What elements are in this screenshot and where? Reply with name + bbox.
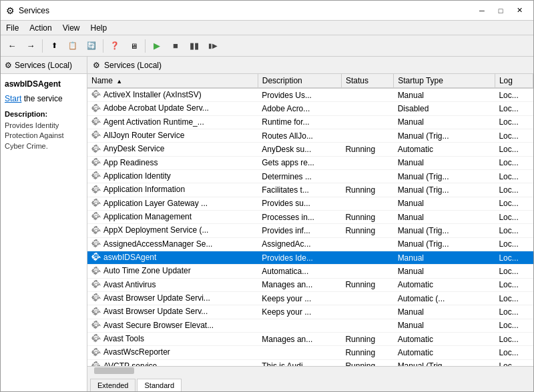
service-status-cell [341, 197, 393, 210]
service-logon-cell: Loc... [495, 129, 533, 142]
help-button[interactable]: ❓ [106, 38, 123, 54]
service-name-cell: Agent Activation Runtime_... [87, 115, 258, 129]
service-logon-cell: Loc... [495, 143, 533, 156]
service-name-cell: AVCTP service [87, 359, 258, 366]
table-row[interactable]: App ReadinessGets apps re...ManualLoc... [87, 156, 533, 169]
service-name-cell: Application Layer Gateway ... [87, 197, 258, 210]
table-row[interactable]: AppX Deployment Service (...Provides inf… [87, 224, 533, 237]
services-window: ⚙ Services ─ □ ✕ File Action View Help ←… [0, 0, 534, 392]
table-row[interactable]: Avast AntivirusManages an...RunningAutom… [87, 278, 533, 291]
service-gear-icon [91, 199, 101, 208]
service-gear-icon [91, 144, 101, 153]
service-startup-cell: Disabled [394, 102, 495, 115]
computer-button[interactable]: 🖥 [125, 38, 142, 54]
table-row[interactable]: Application InformationFacilitates t...R… [87, 183, 533, 197]
service-gear-icon [91, 253, 101, 262]
service-name-text: ActiveX Installer (AxInstSV) [103, 90, 202, 99]
service-startup-cell: Automatic (... [394, 291, 495, 305]
show-hide-button[interactable]: 📋 [64, 38, 81, 54]
stop-button[interactable]: ■ [167, 38, 184, 54]
restart-button[interactable]: ▮▶ [204, 38, 222, 54]
window-title: Services [19, 6, 49, 15]
table-row[interactable]: Application ManagementProcesses in...Run… [87, 210, 533, 223]
table-row[interactable]: AVCTP serviceThis is Audi...RunningManua… [87, 359, 533, 366]
service-logon-cell: Loc... [495, 183, 533, 197]
sidebar-action-text: the service [21, 94, 62, 103]
main-panel: ⚙ Services (Local) Name ▲ Description [87, 57, 533, 391]
col-header-status[interactable]: Status [341, 74, 393, 88]
forward-button[interactable]: → [22, 38, 39, 54]
service-startup-cell: Automatic [394, 143, 495, 156]
service-name-cell: Avast Secure Browser Elevat... [87, 319, 258, 332]
menu-file[interactable]: File [1, 22, 24, 34]
title-controls: ─ □ ✕ [473, 4, 528, 17]
service-gear-icon [91, 90, 101, 99]
back-button[interactable]: ← [3, 38, 21, 54]
table-row[interactable]: Avast ToolsManages an...RunningAutomatic… [87, 332, 533, 345]
table-row[interactable]: AvastWscReporterRunningAutomaticLoc... [87, 346, 533, 359]
table-row[interactable]: Avast Secure Browser Elevat...ManualLoc.… [87, 319, 533, 332]
table-row[interactable]: Application Layer Gateway ...Provides su… [87, 197, 533, 210]
service-name-cell: AppX Deployment Service (... [87, 224, 258, 237]
menu-view[interactable]: View [57, 22, 85, 34]
service-status-cell [341, 88, 393, 102]
service-logon-cell: Loc... [495, 332, 533, 345]
menu-help[interactable]: Help [85, 22, 113, 34]
start-service-link[interactable]: Start [5, 94, 21, 103]
sidebar-action: Start the service [5, 94, 83, 103]
col-header-description[interactable]: Description [258, 74, 341, 88]
play-button[interactable]: ▶ [148, 38, 166, 54]
service-status-cell: Running [341, 346, 393, 359]
service-status-cell [341, 156, 393, 169]
tab-extended[interactable]: Extended [90, 379, 136, 391]
service-status-cell: Running [341, 183, 393, 197]
table-row[interactable]: Auto Time Zone UpdaterAutomatica...Manua… [87, 265, 533, 278]
sidebar-desc-title: Description: [5, 110, 83, 118]
service-status-cell [341, 305, 393, 319]
service-description-cell: AssignedAc... [258, 237, 341, 251]
table-header-row: Name ▲ Description Status Startup Type [87, 74, 533, 88]
col-header-startup-type[interactable]: Startup Type [394, 74, 495, 88]
service-description-cell: Gets apps re... [258, 156, 341, 169]
table-row[interactable]: aswbIDSAgentProvides Ide...ManualLoc... [87, 251, 533, 264]
table-row[interactable]: Adobe Acrobat Update Serv...Adobe Acro..… [87, 102, 533, 115]
service-gear-icon [91, 225, 101, 235]
toolbar-sep-1 [42, 39, 43, 53]
service-status-cell: Running [341, 278, 393, 291]
horizontal-scrollbar[interactable] [87, 366, 533, 374]
table-row[interactable]: Avast Browser Update Servi...Keeps your … [87, 291, 533, 305]
service-status-cell [341, 115, 393, 129]
table-row[interactable]: Application IdentityDetermines ...Manual… [87, 169, 533, 183]
service-logon-cell: Loc... [495, 291, 533, 305]
services-table-container[interactable]: Name ▲ Description Status Startup Type [87, 74, 533, 366]
service-startup-cell: Manual (Trig... [394, 359, 495, 366]
maximize-button[interactable]: □ [492, 4, 509, 17]
col-header-name[interactable]: Name ▲ [87, 74, 258, 88]
scroll-thumb[interactable] [94, 367, 134, 374]
service-name-text: AllJoyn Router Service [103, 131, 184, 140]
menu-action[interactable]: Action [24, 22, 57, 34]
table-row[interactable]: ActiveX Installer (AxInstSV)Provides Us.… [87, 88, 533, 102]
pause-button[interactable]: ▮▮ [186, 38, 203, 54]
table-row[interactable]: Agent Activation Runtime_...Runtime for.… [87, 115, 533, 129]
table-row[interactable]: Avast Browser Update Serv...Keeps your .… [87, 305, 533, 319]
service-status-cell [341, 251, 393, 264]
table-row[interactable]: AssignedAccessManager Se...AssignedAc...… [87, 237, 533, 251]
close-button[interactable]: ✕ [511, 4, 528, 17]
service-gear-icon [91, 131, 101, 140]
service-name-text: Avast Antivirus [103, 280, 156, 289]
service-startup-cell: Manual [394, 305, 495, 319]
minimize-button[interactable]: ─ [473, 4, 491, 17]
service-name-text: Application Identity [103, 171, 171, 181]
tab-standard[interactable]: Standard [137, 379, 182, 391]
col-header-logon[interactable]: Log [495, 74, 533, 88]
table-row[interactable]: AllJoyn Router ServiceRoutes AllJo...Man… [87, 129, 533, 142]
refresh-button[interactable]: 🔄 [83, 38, 100, 54]
service-startup-cell: Automatic [394, 332, 495, 345]
up-button[interactable]: ⬆ [45, 38, 63, 54]
table-row[interactable]: AnyDesk ServiceAnyDesk su...RunningAutom… [87, 143, 533, 156]
scroll-track[interactable] [87, 367, 533, 375]
service-status-cell [341, 291, 393, 305]
service-name-text: Auto Time Zone Updater [103, 266, 191, 275]
service-description-cell: Adobe Acro... [258, 102, 341, 115]
